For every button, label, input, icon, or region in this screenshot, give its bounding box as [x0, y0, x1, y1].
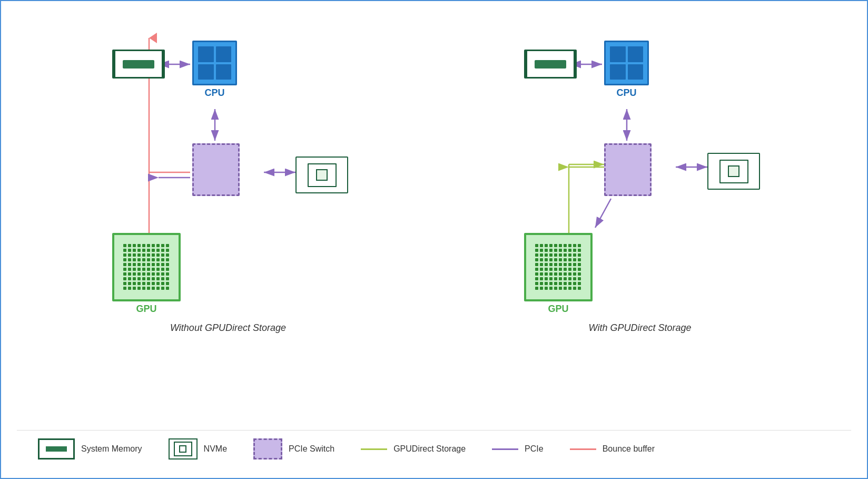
legend-gpudirect-icon — [361, 448, 387, 450]
legend-system-memory: System Memory — [38, 438, 142, 460]
left-diagram-canvas: CPU — [102, 22, 354, 317]
legend-nvme-icon — [169, 438, 198, 460]
right-system-memory — [524, 50, 577, 79]
left-nvme-inner — [308, 163, 337, 187]
right-nvme-box — [707, 153, 760, 190]
legend-nvme-box — [169, 438, 198, 460]
left-nvme-box — [295, 157, 348, 193]
left-system-memory — [112, 50, 165, 79]
right-cpu-q1 — [610, 46, 626, 62]
left-diagram-section: CPU — [38, 22, 418, 419]
right-sys-memory-box — [526, 50, 575, 79]
right-diagram-canvas: CPU — [514, 22, 766, 317]
right-pcie-switch-box — [604, 143, 652, 196]
legend-pcie-switch-box — [253, 438, 282, 460]
left-sys-memory-bar — [123, 60, 154, 69]
left-cpu-q4 — [216, 64, 232, 80]
right-gpu-box — [524, 233, 593, 301]
left-diagram-title: Without GPUDirect Storage — [170, 322, 286, 334]
right-diagram-section: CPU — [450, 22, 830, 419]
right-nvme-inner — [719, 160, 748, 183]
right-nvme-chip — [728, 165, 739, 177]
legend-nvme-label: NVMe — [204, 444, 227, 454]
legend-sys-mem-box — [38, 438, 75, 460]
left-cpu-box — [192, 41, 237, 85]
legend-nvme-chip — [179, 445, 186, 453]
legend-sys-memory-label: System Memory — [81, 444, 142, 454]
legend-section: System Memory NVMe PCIe Switch — [17, 430, 851, 467]
legend-bounce-buffer: Bounce buffer — [570, 444, 655, 454]
right-gpu-grid — [535, 244, 582, 291]
legend-pcie-switch-label: PCIe Switch — [289, 444, 334, 454]
left-nvme-chip — [316, 169, 328, 181]
legend-gpudirect-line — [361, 448, 387, 450]
diagrams-row: CPU — [17, 12, 851, 430]
left-cpu-label: CPU — [192, 87, 237, 99]
left-nvme — [295, 157, 348, 193]
legend-gpudirect-label: GPUDirect Storage — [393, 444, 466, 454]
left-pcie-switch — [192, 143, 240, 196]
legend-pcie: PCIe — [492, 444, 544, 454]
legend-pcie-icon — [492, 448, 518, 450]
left-cpu-q3 — [198, 64, 214, 80]
left-pcie-switch-box — [192, 143, 240, 196]
right-nvme — [707, 153, 760, 190]
left-gpu-label: GPU — [112, 304, 181, 315]
legend-pcie-line — [492, 448, 518, 450]
legend-nvme-inner — [174, 442, 192, 456]
legend-gpudirect: GPUDirect Storage — [361, 444, 466, 454]
right-gpu-label: GPU — [524, 304, 593, 315]
left-sys-memory-box — [114, 50, 163, 79]
left-cpu-q1 — [198, 46, 214, 62]
left-gpu-box — [112, 233, 181, 301]
left-cpu-q2 — [216, 46, 232, 62]
legend-sys-memory-icon — [38, 438, 75, 460]
legend-sys-mem-bar — [46, 446, 67, 452]
left-gpu: GPU — [112, 233, 181, 315]
left-cpu: CPU — [192, 41, 237, 99]
legend-pcie-switch: PCIe Switch — [253, 438, 334, 460]
right-cpu-q4 — [628, 64, 644, 80]
right-diagram-title: With GPUDirect Storage — [589, 322, 692, 334]
legend-bounce-buffer-label: Bounce buffer — [603, 444, 655, 454]
legend-pcie-label: PCIe — [525, 444, 544, 454]
legend-pcie-switch-icon — [253, 438, 282, 460]
main-container: CPU — [1, 1, 867, 478]
legend-bounce-buffer-icon — [570, 448, 596, 450]
left-gpu-grid — [123, 244, 170, 291]
right-cpu-q3 — [610, 64, 626, 80]
right-cpu: CPU — [604, 41, 649, 99]
legend-nvme: NVMe — [169, 438, 227, 460]
legend-bounce-buffer-line — [570, 448, 596, 450]
right-cpu-label: CPU — [604, 87, 649, 99]
right-gpu: GPU — [524, 233, 593, 315]
right-cpu-q2 — [628, 46, 644, 62]
right-pcie-switch — [604, 143, 652, 196]
right-sys-memory-bar — [535, 60, 566, 69]
svg-line-23 — [595, 199, 611, 228]
right-cpu-box — [604, 41, 649, 85]
